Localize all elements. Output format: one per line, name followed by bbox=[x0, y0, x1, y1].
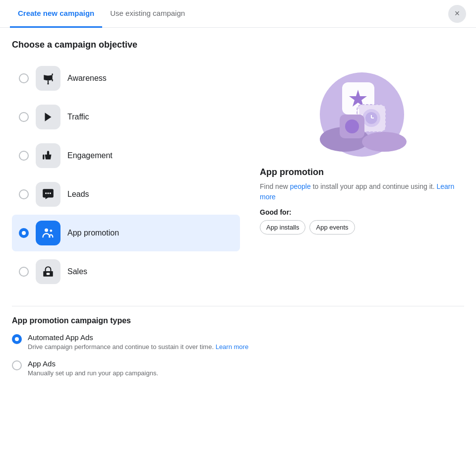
detail-description: Find new people to install your app and … bbox=[260, 181, 464, 202]
type-manual-content: App Ads Manually set up and run your app… bbox=[28, 359, 158, 378]
svg-point-1 bbox=[47, 83, 49, 84]
type-automated-content: Automated App Ads Drive campaign perform… bbox=[28, 333, 248, 352]
objective-app-promotion[interactable]: App promotion bbox=[12, 215, 240, 251]
tag-app-events: App events bbox=[309, 220, 355, 234]
tag-app-installs: App installs bbox=[260, 220, 305, 234]
section-title: Choose a campaign objective bbox=[12, 40, 464, 50]
radio-automated bbox=[12, 334, 22, 344]
leads-icon-box bbox=[36, 182, 60, 207]
svg-rect-2 bbox=[43, 155, 44, 160]
main-content: Choose a campaign objective Awareness bbox=[0, 28, 476, 398]
awareness-label: Awareness bbox=[67, 74, 107, 83]
tab-use-existing[interactable]: Use existing campaign bbox=[102, 0, 193, 28]
type-automated-learn-more[interactable]: Learn more bbox=[216, 343, 248, 351]
main-layout: Awareness Traffic bbox=[12, 60, 464, 290]
good-for-title: Good for: bbox=[260, 208, 464, 216]
engagement-icon bbox=[42, 149, 55, 162]
app-promotion-label: App promotion bbox=[67, 229, 119, 237]
detail-desc-link[interactable]: people bbox=[290, 182, 311, 190]
objective-engagement[interactable]: Engagement bbox=[12, 137, 240, 174]
radio-traffic bbox=[19, 112, 29, 122]
objective-sales[interactable]: Sales bbox=[12, 253, 240, 290]
svg-point-6 bbox=[45, 229, 48, 232]
radio-manual bbox=[12, 360, 22, 370]
awareness-icon-box bbox=[36, 66, 60, 91]
type-manual[interactable]: App Ads Manually set up and run your app… bbox=[12, 359, 464, 378]
right-panel: App promotion Find new people to install… bbox=[260, 60, 464, 290]
objectives-list: Awareness Traffic bbox=[12, 60, 240, 290]
type-automated-desc: Drive campaign performance and continue … bbox=[28, 343, 248, 352]
engagement-label: Engagement bbox=[67, 151, 113, 160]
radio-engagement bbox=[19, 151, 29, 161]
illustration-svg bbox=[312, 60, 412, 159]
radio-app-promotion bbox=[19, 228, 29, 238]
detail-desc-after: to install your app and continue using i… bbox=[311, 182, 435, 190]
traffic-icon bbox=[42, 111, 55, 123]
radio-leads bbox=[19, 189, 29, 199]
type-automated[interactable]: Automated App Ads Drive campaign perform… bbox=[12, 333, 464, 352]
campaign-types-title: App promotion campaign types bbox=[12, 316, 464, 325]
radio-automated-inner bbox=[15, 337, 19, 341]
svg-rect-9 bbox=[47, 273, 50, 275]
svg-point-4 bbox=[47, 192, 49, 194]
radio-sales bbox=[19, 267, 29, 277]
awareness-icon bbox=[42, 72, 55, 85]
svg-point-7 bbox=[50, 230, 53, 232]
detail-desc-before: Find new bbox=[260, 182, 290, 190]
tags-list: App installs App events bbox=[260, 220, 464, 234]
objective-traffic[interactable]: Traffic bbox=[12, 99, 240, 135]
objective-awareness[interactable]: Awareness bbox=[12, 60, 240, 97]
type-manual-label: App Ads bbox=[28, 359, 158, 368]
svg-point-5 bbox=[50, 192, 51, 194]
svg-point-22 bbox=[345, 119, 359, 133]
sales-icon-box bbox=[36, 259, 60, 284]
traffic-label: Traffic bbox=[67, 113, 89, 121]
type-automated-desc-text: Drive campaign performance and continue … bbox=[28, 343, 214, 351]
radio-app-promotion-inner bbox=[22, 231, 26, 235]
engagement-icon-box bbox=[36, 143, 60, 168]
app-promotion-icon bbox=[41, 226, 55, 240]
type-automated-label: Automated App Ads bbox=[28, 333, 248, 342]
detail-title: App promotion bbox=[260, 167, 464, 177]
app-promotion-illustration bbox=[312, 60, 412, 159]
sales-label: Sales bbox=[67, 267, 87, 276]
svg-rect-0 bbox=[48, 80, 49, 83]
traffic-icon-box bbox=[36, 105, 60, 129]
type-manual-desc: Manually set up and run your app campaig… bbox=[28, 369, 158, 378]
svg-point-12 bbox=[362, 132, 407, 152]
app-promotion-icon-box bbox=[36, 221, 60, 245]
sales-icon bbox=[42, 265, 55, 278]
leads-label: Leads bbox=[67, 190, 89, 199]
tabs-bar: Create new campaign Use existing campaig… bbox=[0, 0, 476, 28]
campaign-types-section: App promotion campaign types Automated A… bbox=[12, 306, 464, 378]
objective-leads[interactable]: Leads bbox=[12, 176, 240, 213]
svg-point-3 bbox=[45, 192, 47, 194]
tab-create-new[interactable]: Create new campaign bbox=[10, 0, 102, 28]
radio-awareness bbox=[19, 73, 29, 83]
close-button[interactable]: × bbox=[448, 5, 466, 23]
leads-icon bbox=[42, 188, 55, 201]
